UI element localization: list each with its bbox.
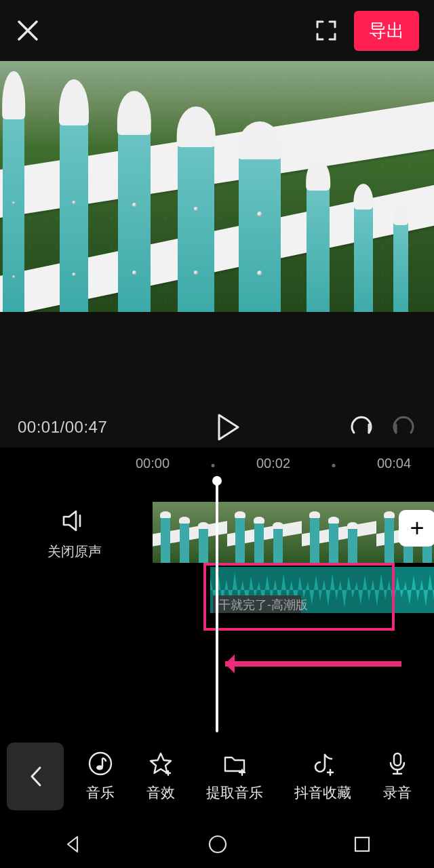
chevron-left-icon <box>28 765 43 788</box>
nav-back-icon[interactable] <box>62 834 83 854</box>
tool-label: 音乐 <box>86 783 115 802</box>
tool-label: 提取音乐 <box>206 783 263 802</box>
video-preview[interactable] <box>0 61 434 312</box>
play-icon[interactable] <box>216 414 239 441</box>
mute-original-audio-button[interactable]: 关闭原声 <box>0 509 149 561</box>
svg-rect-5 <box>355 837 369 851</box>
top-bar: 导出 <box>0 0 434 61</box>
playhead[interactable] <box>216 479 218 732</box>
tool-douyin-favorites[interactable]: 抖音收藏 <box>294 751 351 802</box>
clip-thumbnail[interactable] <box>302 502 376 563</box>
annotation-arrow <box>225 661 401 667</box>
redo-icon[interactable] <box>392 415 416 439</box>
system-nav-bar <box>0 821 434 868</box>
mute-label: 关闭原声 <box>0 542 149 561</box>
time-ruler: 00:00 00:02 00:04 <box>0 456 434 476</box>
tool-record[interactable]: 录音 <box>383 751 412 802</box>
toolbar-back-button[interactable] <box>7 743 64 810</box>
clip-thumbnail[interactable] <box>227 502 302 563</box>
fullscreen-icon[interactable] <box>315 19 338 42</box>
microphone-icon <box>384 751 410 776</box>
svg-point-2 <box>96 766 103 770</box>
svg-point-4 <box>210 836 226 852</box>
export-button[interactable]: 导出 <box>354 11 419 51</box>
tool-label: 音效 <box>146 783 175 802</box>
plus-icon: + <box>410 514 424 542</box>
close-icon[interactable] <box>15 18 41 43</box>
nav-recents-icon[interactable] <box>353 835 372 854</box>
timeline[interactable]: 00:00 00:02 00:04 关闭原声 + <box>0 448 434 732</box>
douyin-icon <box>310 751 336 776</box>
folder-icon <box>222 751 248 776</box>
audio-selection-box[interactable] <box>203 563 395 631</box>
playback-controls: 00:01/00:47 <box>0 407 434 448</box>
tool-music[interactable]: 音乐 <box>86 751 115 802</box>
star-icon <box>148 751 174 776</box>
svg-rect-3 <box>394 753 401 766</box>
video-track[interactable] <box>153 502 434 563</box>
nav-home-icon[interactable] <box>207 833 229 855</box>
tool-extract-music[interactable]: 提取音乐 <box>206 751 263 802</box>
tool-sound-effects[interactable]: 音效 <box>146 751 175 802</box>
tool-label: 抖音收藏 <box>294 783 351 802</box>
add-clip-button[interactable]: + <box>399 510 434 547</box>
tool-label: 录音 <box>383 783 412 802</box>
time-display: 00:01/00:47 <box>18 418 107 437</box>
bottom-toolbar: 音乐 音效 提取音乐 抖音收藏 录音 <box>0 732 434 821</box>
undo-icon[interactable] <box>349 415 373 439</box>
svg-point-1 <box>90 753 111 774</box>
music-note-icon <box>87 751 113 776</box>
video-editor-screen: 导出 00:01/00:47 <box>0 0 434 868</box>
